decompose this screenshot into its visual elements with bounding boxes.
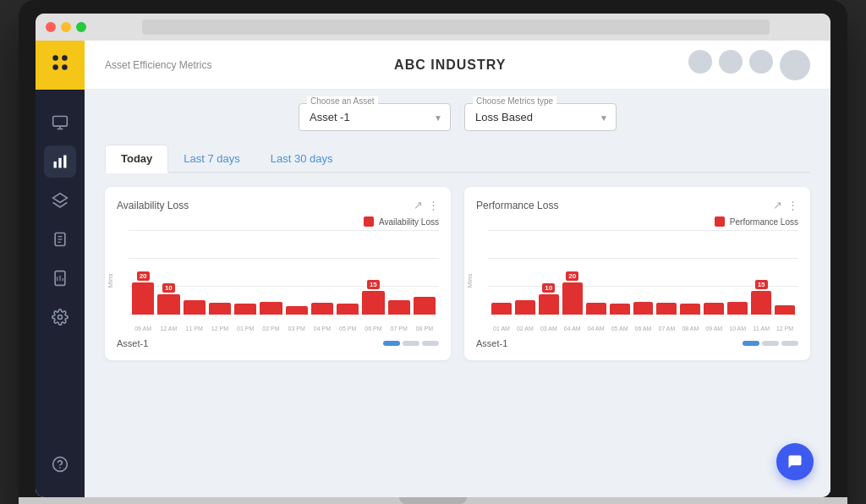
- svg-rect-4: [53, 117, 68, 127]
- chart2-asset-label: Asset-1: [476, 338, 507, 348]
- bar-group: [414, 283, 436, 315]
- bar-value-label: 20: [566, 271, 578, 281]
- asset-select[interactable]: Asset -1: [299, 103, 451, 131]
- chart2-bars: 102015: [488, 230, 798, 315]
- chart-bar[interactable]: [751, 291, 771, 315]
- chart-bar[interactable]: [633, 302, 654, 315]
- pagination-dot[interactable]: [422, 341, 439, 346]
- action-dot-3[interactable]: [749, 50, 773, 74]
- sidebar-item-layers[interactable]: [44, 184, 76, 216]
- x-axis-label: 05 PM: [337, 326, 359, 331]
- bar-group: [234, 290, 256, 315]
- pagination-dot[interactable]: [781, 341, 798, 346]
- sidebar-item-charts[interactable]: [44, 145, 76, 178]
- action-dot-1[interactable]: [688, 50, 712, 74]
- minimize-dot[interactable]: [61, 22, 71, 32]
- chart2-expand-icon[interactable]: ↗: [773, 199, 782, 211]
- chart2-legend-label: Performance Loss: [730, 217, 798, 227]
- x-axis-label: 06 AM: [633, 326, 654, 331]
- chart1-legend-label: Availability Loss: [379, 217, 439, 227]
- pagination-dot[interactable]: [762, 341, 779, 346]
- x-axis-label: 03 AM: [539, 326, 559, 331]
- chart1-header: Availability Loss ↗ ⋮: [117, 199, 439, 211]
- charts-row: Availability Loss ↗ ⋮ Availability Loss: [105, 187, 810, 360]
- chart-bar[interactable]: [311, 303, 333, 315]
- close-dot[interactable]: [46, 22, 56, 32]
- sidebar-item-clipboard[interactable]: [44, 223, 76, 255]
- chart-bar[interactable]: [414, 297, 436, 315]
- chart-bar[interactable]: [184, 300, 206, 315]
- sidebar-logo[interactable]: [36, 41, 85, 90]
- pagination-dot-active[interactable]: [383, 341, 400, 346]
- bar-group: 10: [157, 283, 179, 315]
- x-axis-label: 01 AM: [491, 326, 512, 331]
- svg-point-1: [62, 55, 68, 61]
- bar-group: [633, 288, 654, 315]
- svg-rect-9: [63, 156, 66, 168]
- bar-group: [656, 289, 677, 315]
- bar-value-label: 20: [137, 271, 150, 281]
- svg-point-0: [52, 55, 58, 61]
- x-axis-label: 02 PM: [260, 326, 282, 331]
- sidebar-item-monitor[interactable]: [44, 107, 76, 139]
- chart-bar[interactable]: [362, 291, 384, 315]
- chart2-actions: ↗ ⋮: [773, 199, 798, 211]
- pagination-dot[interactable]: [403, 341, 419, 346]
- chart2-x-labels: 01 AM02 AM03 AM04 AM04 AM05 AM06 AM07 AM…: [488, 326, 798, 331]
- chart-bar[interactable]: [209, 303, 231, 315]
- x-axis-label: 01 PM: [234, 326, 256, 331]
- chart-bar[interactable]: [680, 304, 700, 315]
- sidebar: [36, 41, 85, 497]
- chart1-y-label: Mins: [107, 274, 114, 288]
- action-dot-2[interactable]: [719, 50, 743, 74]
- x-axis-label: 10 AM: [727, 326, 748, 331]
- sidebar-item-help[interactable]: [44, 448, 76, 480]
- chart-bar[interactable]: [610, 304, 630, 315]
- chart-bar[interactable]: [515, 300, 535, 315]
- chart2-footer: Asset-1: [476, 338, 798, 348]
- chart-bar[interactable]: [562, 282, 583, 315]
- sidebar-item-settings[interactable]: [44, 301, 76, 333]
- x-axis-label: 07 PM: [388, 326, 410, 331]
- bar-group: [680, 290, 700, 315]
- chart-bar[interactable]: [656, 303, 677, 315]
- chart1-inner: 201015 09 AM12 AM11 PM12 PM01 PM02 PM03 …: [129, 230, 439, 331]
- svg-point-19: [58, 315, 63, 320]
- chart-bar[interactable]: [234, 304, 256, 315]
- chart-bar[interactable]: [157, 294, 179, 315]
- chart2-legend-dot: [715, 216, 725, 227]
- svg-rect-7: [54, 162, 57, 168]
- tab-today[interactable]: Today: [105, 145, 168, 173]
- chart2-menu-icon[interactable]: ⋮: [787, 199, 798, 211]
- chart1-legend-dot: [364, 216, 374, 227]
- x-axis-label: 12 AM: [157, 326, 179, 331]
- metrics-select[interactable]: Loss Based: [464, 103, 617, 131]
- maximize-dot[interactable]: [76, 22, 86, 32]
- chart-bar[interactable]: [337, 304, 359, 315]
- fab-button[interactable]: [776, 443, 814, 480]
- sidebar-nav: [44, 98, 76, 448]
- x-axis-label: 11 AM: [751, 326, 771, 331]
- chart1-menu-icon[interactable]: ⋮: [428, 199, 439, 211]
- sidebar-item-report[interactable]: [44, 262, 76, 294]
- user-avatar[interactable]: [780, 50, 810, 80]
- chart-bar[interactable]: [539, 294, 559, 315]
- bar-group: 15: [751, 280, 771, 315]
- chart-bar[interactable]: [491, 303, 512, 315]
- bar-group: [388, 287, 410, 315]
- chart-bar[interactable]: [286, 306, 308, 315]
- chart-bar[interactable]: [704, 303, 724, 315]
- chart-bar[interactable]: [260, 302, 282, 315]
- tab-last7[interactable]: Last 7 days: [168, 145, 255, 173]
- svg-point-2: [52, 64, 58, 70]
- svg-point-3: [62, 64, 68, 70]
- chart-bar[interactable]: [727, 302, 748, 315]
- chart-bar[interactable]: [775, 305, 795, 315]
- x-axis-label: 07 AM: [656, 326, 677, 331]
- chart-bar[interactable]: [388, 300, 410, 315]
- chart1-expand-icon[interactable]: ↗: [414, 199, 423, 211]
- pagination-dot-active[interactable]: [743, 341, 759, 346]
- tab-last30[interactable]: Last 30 days: [255, 145, 348, 173]
- chart-bar[interactable]: [132, 282, 154, 315]
- chart-bar[interactable]: [586, 303, 606, 315]
